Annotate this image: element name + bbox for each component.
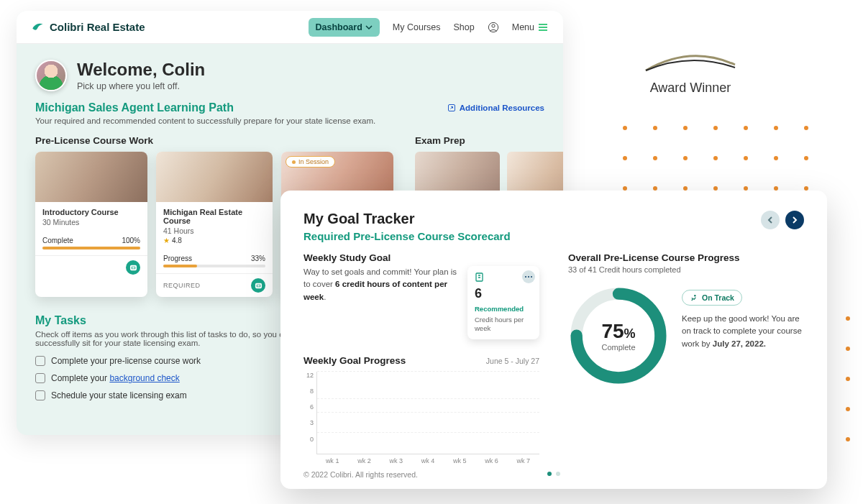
- topbar: Colibri Real Estate Dashboard My Courses…: [17, 11, 563, 44]
- course-title: Michigan Real Estate Course: [163, 208, 265, 225]
- svg-point-8: [694, 295, 695, 296]
- nav-shop[interactable]: Shop: [454, 22, 475, 32]
- more-menu-button[interactable]: [522, 270, 535, 283]
- checkbox[interactable]: [35, 356, 45, 366]
- weekly-goal-progress-title: Weekly Goal Progress: [303, 355, 406, 366]
- overall-progress-sub: 33 of 41 Credit hours completed: [568, 265, 804, 274]
- user-circle-icon: [488, 22, 499, 33]
- nav-menu[interactable]: Menu: [512, 22, 549, 33]
- weekly-study-goal-title: Weekly Study Goal: [303, 252, 539, 263]
- task-link[interactable]: background check: [109, 373, 179, 383]
- on-track-badge: On Track: [682, 290, 742, 306]
- recommended-card[interactable]: 6 Recommended Credit hours per week: [467, 266, 539, 339]
- goal-tracker-window: My Goal Tracker Required Pre-License Cou…: [280, 191, 827, 489]
- additional-resources-link[interactable]: Additional Resources: [447, 104, 544, 112]
- status-icon: [251, 278, 265, 293]
- nav-dashboard[interactable]: Dashboard: [309, 18, 380, 37]
- in-session-badge: In Session: [286, 156, 335, 168]
- on-track-text: Keep up the good work! You are on track …: [682, 313, 804, 350]
- weekly-goal-date-range: June 5 - July 27: [486, 357, 539, 365]
- checkbox[interactable]: [35, 373, 45, 383]
- carousel-prev-button[interactable]: [761, 211, 780, 229]
- nav-my-courses[interactable]: My Courses: [393, 22, 441, 32]
- course-duration: 41 Hours: [163, 226, 265, 235]
- running-icon: [690, 294, 698, 302]
- chevron-down-icon: [365, 24, 373, 31]
- task-label: Complete your pre-license course work: [51, 356, 201, 366]
- weekly-goal-chart: 128630: [303, 372, 539, 454]
- menu-icon: [537, 22, 549, 33]
- checkbox[interactable]: [35, 390, 45, 400]
- welcome-heading: Welcome, Colin: [77, 60, 205, 80]
- course-card[interactable]: Michigan Real Estate Course 41 Hours★ 4.…: [156, 152, 273, 297]
- my-tasks-desc: Check off items as you work through this…: [35, 330, 294, 347]
- learning-path-desc: Your required and recommended content to…: [35, 116, 544, 125]
- nav-account[interactable]: [488, 22, 499, 33]
- carousel-next-button[interactable]: [785, 211, 804, 229]
- chevron-left-icon: [766, 216, 775, 224]
- learning-path-title: Michigan Sales Agent Learning Path: [35, 101, 234, 114]
- status-icon: [126, 260, 140, 275]
- task-label: Schedule your state licensing exam: [51, 390, 187, 400]
- welcome-sub: Pick up where you left off.: [77, 81, 205, 91]
- user-avatar[interactable]: [35, 60, 67, 91]
- copyright: © 2022 Colibri. All rights reserved.: [303, 470, 418, 479]
- weekly-study-goal-text: Way to set goals and commit! Your plan i…: [303, 266, 457, 303]
- course-title: Introductory Course: [42, 208, 140, 216]
- course-card[interactable]: Introductory Course 30 MinutesComplete10…: [35, 152, 147, 297]
- section-prelicense-title: Pre-License Course Work: [35, 135, 393, 146]
- goal-tracker-sub: Required Pre-License Course Scorecard: [303, 230, 511, 242]
- section-exam-title: Exam Prep: [415, 135, 563, 146]
- task-label: Complete your background check: [51, 373, 180, 383]
- progress-donut: 75% Complete: [568, 285, 669, 386]
- course-rating: ★ 4.8: [163, 237, 265, 244]
- award-badge: Award Winner: [640, 50, 741, 96]
- bird-icon: [31, 21, 44, 34]
- my-tasks-title: My Tasks: [35, 314, 86, 327]
- course-duration: 30 Minutes: [42, 218, 140, 226]
- overall-progress-title: Overall Pre-License Course Progress: [568, 252, 804, 263]
- brand-logo[interactable]: Colibri Real Estate: [31, 21, 145, 34]
- chevron-right-icon: [790, 216, 799, 224]
- svg-point-1: [492, 24, 495, 27]
- goal-tracker-title: My Goal Tracker: [303, 211, 511, 227]
- external-link-icon: [447, 104, 456, 112]
